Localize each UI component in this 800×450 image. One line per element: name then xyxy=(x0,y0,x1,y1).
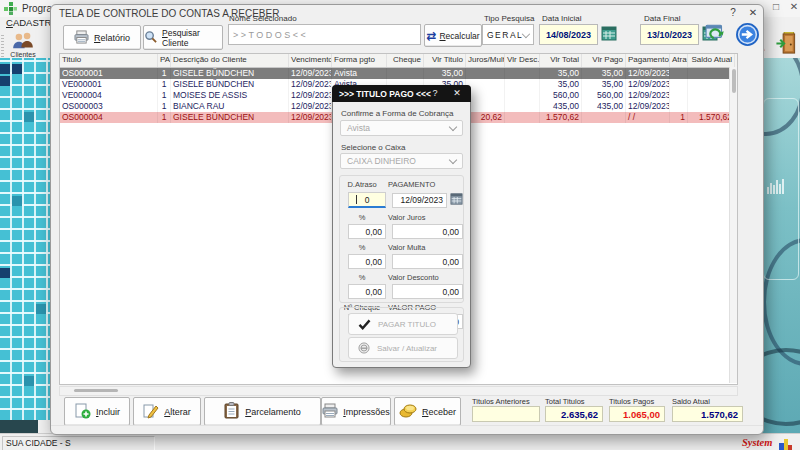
table-row[interactable]: OS0000011GISELE BÜNDCHEN12/09/2023Avista… xyxy=(60,68,737,79)
parcelamento-button[interactable]: Parcelamento xyxy=(204,397,321,426)
calendar-icon[interactable] xyxy=(601,26,617,45)
window-close-button[interactable]: ✕ xyxy=(745,7,761,18)
receber-button[interactable]: Receber xyxy=(394,397,461,426)
toolbar-item-clientes[interactable]: Clientes xyxy=(4,32,42,58)
cell: OS000001 xyxy=(60,68,158,79)
charge-form-value: Avista xyxy=(347,123,370,133)
brand-text: System xyxy=(742,437,772,448)
save-update-button[interactable]: Salvar / Atualizar xyxy=(348,337,458,359)
column-header[interactable]: Pagamento xyxy=(626,54,670,67)
cell: 1.570,62 xyxy=(540,112,582,123)
cell: 435,00 xyxy=(540,101,582,112)
payment-date-label: PAGAMENTO xyxy=(388,180,435,189)
printer-icon xyxy=(74,30,89,46)
column-header[interactable]: Juros/Multa xyxy=(466,54,505,67)
cell xyxy=(387,68,424,79)
delay-days-input[interactable]: 0 xyxy=(348,192,386,208)
cell: 1 xyxy=(158,101,171,112)
report-button[interactable]: Relatório xyxy=(63,25,141,50)
charge-form-select[interactable]: Avista xyxy=(340,120,463,136)
search-type-select[interactable]: GERAL xyxy=(482,24,534,45)
recalculate-button[interactable]: ⇄ Recalcular xyxy=(424,24,482,47)
value-input[interactable]: 0,00 xyxy=(392,224,463,239)
incluir-button[interactable]: Incluir xyxy=(64,397,130,426)
cell: 1 xyxy=(158,112,171,123)
chevron-down-icon xyxy=(522,29,530,37)
column-header[interactable]: Saldo Atual xyxy=(688,54,735,67)
window-help-button[interactable]: ? xyxy=(725,7,741,18)
parcelamento-icon xyxy=(224,402,240,421)
column-header[interactable]: PA xyxy=(158,54,171,67)
alterar-button[interactable]: Alterar xyxy=(133,397,201,426)
vertical-scrollbar[interactable] xyxy=(729,67,737,383)
save-update-label: Salvar / Atualizar xyxy=(377,344,437,353)
end-date-input[interactable]: 13/10/2023 xyxy=(640,24,699,45)
column-header[interactable]: Forma pgto xyxy=(332,54,387,67)
column-header[interactable]: Titulo xyxy=(60,54,158,67)
mosaic-decoration xyxy=(36,304,46,314)
button-label: Receber xyxy=(422,407,456,417)
receivables-window: TELA DE CONTROLE DO CONTAS A RECEBER ? ✕… xyxy=(50,4,764,435)
column-header[interactable]: Descrição do Cliente xyxy=(171,54,289,67)
cell: 12/09/2023 xyxy=(289,90,332,101)
cell: 12/09/2023 xyxy=(626,101,670,112)
percent-input[interactable]: 0,00 xyxy=(348,224,386,239)
refresh-window-icon[interactable] xyxy=(705,23,727,47)
impressoes-icon xyxy=(322,403,338,420)
save-icon xyxy=(358,342,370,354)
dialog-title: >>> TITULO PAGO <<< xyxy=(339,89,431,99)
table-header-row: TituloPADescrição do ClienteVencimentoFo… xyxy=(60,54,737,68)
cell xyxy=(670,101,688,112)
column-header[interactable]: Vlr Titulo xyxy=(424,54,466,67)
incluir-icon xyxy=(74,403,91,421)
status-bar: SUA CIDADE - S System xyxy=(0,433,800,450)
cell xyxy=(466,79,505,90)
toolbar-item-exit[interactable] xyxy=(774,32,798,56)
inner-statusbar xyxy=(51,425,763,434)
field-label: Valor Multa xyxy=(388,243,425,252)
impressoes-button[interactable]: Impressões xyxy=(321,397,391,426)
app-logo-icon xyxy=(4,2,17,15)
horizontal-scrollbar[interactable] xyxy=(59,386,738,396)
go-arrow-button[interactable] xyxy=(735,22,760,51)
payment-date-input[interactable]: 12/09/2023 xyxy=(392,193,447,208)
cell: 560,00 xyxy=(582,90,626,101)
value-input[interactable]: 0,00 xyxy=(392,284,463,299)
column-header[interactable]: Vlr Desc. xyxy=(505,54,540,67)
percent-input[interactable]: 0,00 xyxy=(348,284,386,299)
pay-title-label: PAGAR TITULO xyxy=(378,320,436,329)
search-client-label: Pesquisar Cliente xyxy=(162,28,222,48)
check-icon xyxy=(358,319,371,330)
value-input[interactable]: 0,00 xyxy=(392,254,463,269)
dialog-close-button[interactable]: ✕ xyxy=(450,88,464,98)
cell: 12/09/2023 xyxy=(626,68,670,79)
pay-title-button[interactable]: PAGAR TITULO xyxy=(348,313,458,335)
mosaic-background xyxy=(0,58,50,420)
start-date-input[interactable]: 14/08/2023 xyxy=(539,24,598,45)
cell: 12/09/2023 xyxy=(289,112,332,123)
column-header[interactable]: Vencimento xyxy=(289,54,332,67)
cashbox-select[interactable]: CAIXA DINHEIRO xyxy=(340,153,463,169)
column-header[interactable]: Cheque xyxy=(387,54,424,67)
dialog-help-button[interactable]: ? xyxy=(428,88,442,98)
column-header[interactable]: Vlr Pago xyxy=(582,54,626,67)
selected-name-input[interactable]: >>TODOS<< xyxy=(228,24,421,45)
recalculate-label: Recalcular xyxy=(439,31,479,41)
percent-input[interactable]: 0,00 xyxy=(348,254,386,269)
app-close-button[interactable]: ✕ xyxy=(786,1,800,12)
exit-door-icon xyxy=(775,49,797,56)
cell: / / xyxy=(626,112,670,123)
cell: 20,62 xyxy=(466,112,505,123)
field-label: Valor Desconto xyxy=(388,273,439,282)
column-header[interactable]: Vlr Total xyxy=(540,54,582,67)
calendar-icon[interactable] xyxy=(450,191,463,209)
column-header[interactable]: Atraso xyxy=(670,54,688,67)
cell xyxy=(688,101,735,112)
search-client-button[interactable]: Pesquisar Cliente xyxy=(143,25,223,50)
cell: 1.570,62 xyxy=(688,112,735,123)
cell: GISELE BÜNDCHEN xyxy=(171,79,289,90)
cell xyxy=(670,79,688,90)
app-restore-button[interactable]: □ xyxy=(768,1,784,12)
mosaic-decoration xyxy=(0,64,10,74)
selected-name-label: Nome Selecionado xyxy=(229,14,297,23)
